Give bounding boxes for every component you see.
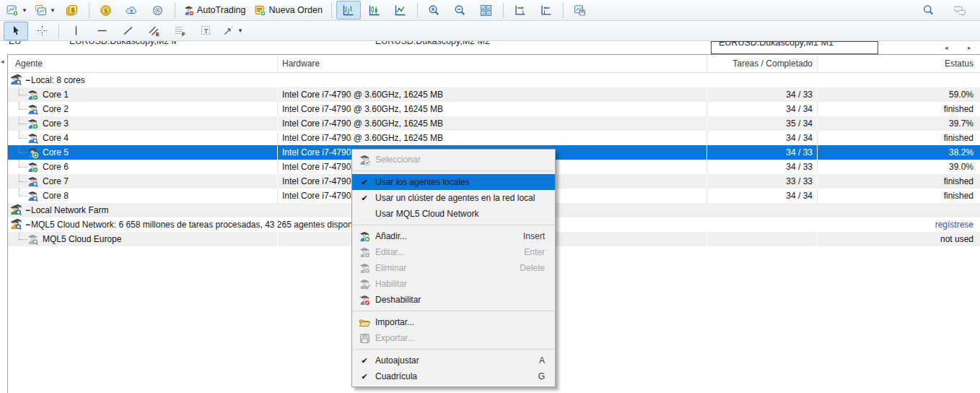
profiles-button[interactable]: ▼ — [32, 1, 58, 20]
menu-item-shortcut: G — [538, 371, 554, 381]
menu-item-seleccionar: Seleccionar — [352, 152, 555, 168]
equidistant-channel-button[interactable]: E — [141, 22, 166, 40]
candle-chart-button[interactable] — [362, 1, 387, 20]
autotrading-button[interactable]: AutoTrading — [180, 1, 250, 20]
tile-windows-button[interactable] — [474, 1, 499, 20]
register-link[interactable]: regístrese — [935, 220, 974, 230]
table-row-core-2[interactable]: Core 2Intel Core i7-4790 @ 3.60GHz, 1624… — [8, 102, 980, 116]
toolbar-separator — [503, 3, 504, 18]
chevron-down-icon[interactable]: ▼ — [237, 27, 243, 34]
collapse-expander[interactable]: − — [25, 220, 30, 230]
fibonacci-button[interactable]: F — [167, 22, 192, 40]
svg-text:T: T — [204, 27, 208, 35]
chevron-down-icon[interactable]: ▼ — [50, 7, 56, 14]
menu-item-eliminar: EliminarDelete — [352, 260, 555, 276]
cursor-button[interactable] — [4, 22, 28, 40]
menu-separator — [353, 225, 554, 225]
new-order-button[interactable]: Nueva Orden — [251, 1, 326, 20]
chart-shift-button[interactable] — [534, 1, 559, 20]
agent-search-icon — [27, 176, 38, 187]
collapse-expander[interactable]: − — [25, 75, 30, 85]
column-header-tareas-completado[interactable]: Tareas / Completado — [706, 55, 817, 72]
market-button[interactable]: $ — [60, 1, 84, 20]
toolbar-separator — [58, 23, 59, 38]
agents-local-icon — [10, 74, 23, 86]
cloud-button[interactable] — [120, 1, 144, 20]
menu-item-shortcut: Insert — [523, 231, 554, 241]
column-header-hardware[interactable]: Hardware — [277, 55, 706, 72]
toolbar-separator — [331, 3, 332, 18]
horizontal-line-button[interactable] — [89, 22, 114, 40]
bars-icon — [342, 4, 354, 17]
column-header-agente[interactable]: Agente — [8, 55, 277, 72]
menu-item-deshabilitar[interactable]: Deshabilitar — [352, 292, 555, 308]
crosshair-button[interactable] — [30, 22, 54, 40]
menu-item-label: Habilitar — [375, 279, 554, 289]
agent-label: Core 4 — [43, 133, 69, 143]
drawing-toolbar: EFT▼ — [0, 21, 980, 41]
checkmark-icon: ✔ — [354, 178, 375, 186]
menu-item-habilitar: Habilitar — [352, 276, 555, 292]
agent-cell: Core 3 — [8, 116, 277, 131]
collapse-expander[interactable]: − — [25, 205, 30, 215]
agent-label: Core 6 — [43, 162, 69, 172]
panel-collapse-arrow[interactable]: ◂ — [1, 59, 4, 65]
coins-icon: $ — [66, 4, 78, 17]
menu-item-importar[interactable]: Importar... — [352, 314, 555, 330]
new-chart-button[interactable]: ▼ — [4, 1, 30, 20]
mt5-window: { "colors": {"selection":"#0a77d9","link… — [0, 0, 980, 393]
table-row-core-3[interactable]: Core 3Intel Core i7-4790 @ 3.60GHz, 1624… — [8, 116, 980, 131]
chart-tab[interactable]: EURUSD.Dukascopy,M2 M2 — [375, 41, 541, 53]
table-row-local[interactable]: −Local: 8 cores — [8, 73, 980, 87]
signals-button[interactable] — [146, 1, 170, 20]
active-chart-tab[interactable]: EURUSD.Dukascopy,M1 M1 — [711, 41, 878, 54]
menu-item-label: Usar los agentes locales — [375, 177, 554, 187]
menu-item-label: Deshabilitar — [375, 295, 554, 305]
column-header-estatus[interactable]: Estatus — [817, 55, 980, 72]
hline-icon — [96, 25, 108, 37]
trendline-button[interactable] — [115, 22, 140, 40]
agent-label: Core 2 — [43, 104, 69, 114]
chart-tab[interactable]: EURUSD.Dukascopy,M2 M2 — [69, 41, 176, 53]
trendline-icon — [122, 25, 134, 37]
checkmark-icon: ✔ — [354, 357, 375, 365]
agent-cell: Core 5 — [8, 145, 277, 160]
zoom-in-button[interactable] — [422, 1, 447, 20]
vertical-line-button[interactable] — [64, 22, 88, 40]
shapes-button[interactable]: ▼ — [219, 22, 246, 40]
auto-scroll-button[interactable] — [508, 1, 533, 20]
agent-search-gray-icon — [27, 233, 38, 245]
shapes-icon — [222, 25, 235, 37]
menu-item-añadir[interactable]: Añadir...Insert — [352, 228, 555, 244]
status-cell: 38.2% — [817, 145, 980, 160]
text-tool-button[interactable]: T — [193, 22, 218, 40]
chevron-down-icon[interactable]: ▼ — [22, 7, 27, 14]
mql5-community-button[interactable]: 5 — [94, 1, 118, 20]
status-cell: finished — [817, 189, 980, 203]
tab-scroll-left-arrow[interactable]: ◂ — [945, 45, 948, 51]
agent-x-icon — [354, 262, 375, 274]
agent-label: Core 1 — [43, 90, 69, 100]
menu-item-usar-un-clúster-de-agentes-en-la-red-local[interactable]: ✔Usar un clúster de agentes en la red lo… — [352, 190, 555, 206]
menu-separator — [353, 311, 554, 311]
line-chart-button[interactable] — [388, 1, 413, 20]
search-button[interactable] — [916, 1, 940, 20]
menu-item-cuadrícula[interactable]: ✔CuadrículaG — [352, 368, 555, 384]
zoom-out-button[interactable] — [448, 1, 473, 20]
bar-chart-button[interactable] — [336, 1, 361, 20]
cloud-icon — [126, 4, 138, 17]
menu-item-usar-mql5-cloud-network[interactable]: Usar MQL5 Cloud Network — [352, 206, 555, 222]
agent-tick-icon — [354, 278, 375, 290]
chart-tab[interactable]: EU — [9, 41, 59, 53]
linechart-icon — [394, 4, 406, 17]
templates-button[interactable] — [568, 1, 592, 20]
tasks-cell: 34 / 34 — [706, 102, 817, 116]
tasks-cell — [706, 73, 817, 87]
template-icon — [574, 4, 586, 17]
table-row-core-1[interactable]: Core 1Intel Core i7-4790 @ 3.60GHz, 1624… — [8, 87, 980, 102]
table-row-core-4[interactable]: Core 4Intel Core i7-4790 @ 3.60GHz, 1624… — [8, 131, 980, 145]
tab-scroll-right-arrow[interactable]: ▸ — [968, 45, 971, 51]
menu-item-usar-los-agentes-locales[interactable]: ✔Usar los agentes locales — [352, 174, 555, 190]
menu-item-autoajustar[interactable]: ✔AutoajustarA — [352, 353, 555, 368]
chat-button[interactable] — [948, 1, 972, 20]
